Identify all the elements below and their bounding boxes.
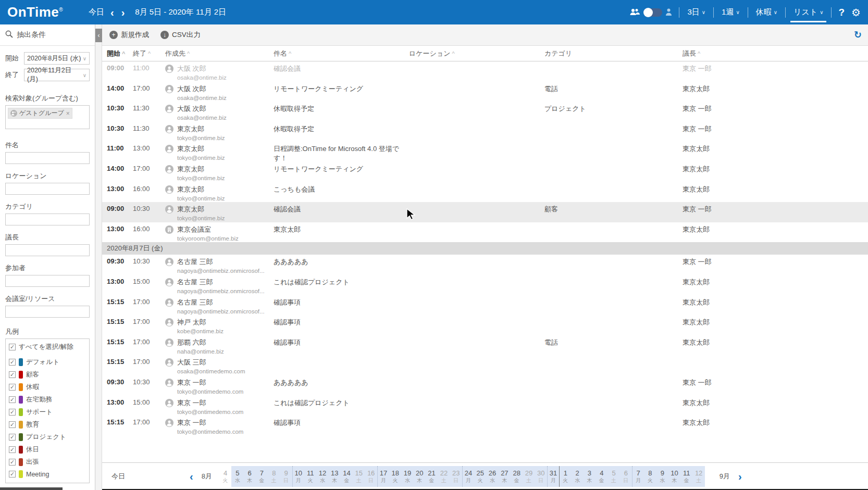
event-row[interactable]: 10:3011:30東京太郎tokyo@ontime.biz休暇取得予定東京 一… (102, 122, 868, 142)
view-1week[interactable]: 1週∨ (721, 5, 741, 19)
legend-item[interactable]: ✓休日 (9, 445, 86, 454)
column-header-chair[interactable]: 議長^ (683, 49, 868, 58)
day-cell[interactable]: 4金 (596, 466, 607, 487)
day-cell[interactable]: 31月 (547, 466, 559, 487)
collapse-sidebar-button[interactable]: ‹ (95, 29, 102, 42)
checkbox-checked-icon[interactable]: ✓ (9, 396, 16, 403)
start-date-select[interactable]: 2020年8月5日 (水)∨ (24, 52, 90, 65)
prev-range-icon[interactable]: ‹ (109, 7, 115, 18)
event-row[interactable]: 09:0011:00大阪 次郎osaka@ontime.biz確認会議東京 一郎 (102, 61, 868, 82)
chip-remove-icon[interactable]: × (66, 110, 70, 117)
toggle-switch[interactable] (643, 8, 662, 17)
event-row[interactable]: 09:3010:30名古屋 三郎nagoya@ontimebiz.onmicro… (102, 255, 868, 275)
event-row[interactable]: 13:0015:00名古屋 三郎nagoya@ontimebiz.onmicro… (102, 275, 868, 295)
event-row[interactable]: 14:0017:00東京太郎tokyo@ontime.bizリモートワークミーテ… (102, 162, 868, 182)
day-cell[interactable]: 19水 (401, 466, 413, 487)
day-cell[interactable]: 6日 (620, 466, 632, 487)
day-cell[interactable]: 11金 (680, 466, 692, 487)
legend-item[interactable]: ✓教育 (9, 420, 86, 429)
day-cell[interactable]: 3木 (584, 466, 596, 487)
day-cell[interactable]: 5土 (607, 466, 619, 487)
legend-item[interactable]: ✓在宅勤務 (9, 395, 86, 404)
day-cell[interactable]: 29土 (523, 466, 535, 487)
day-cell[interactable]: 26水 (486, 466, 498, 487)
column-header-location[interactable]: ロケーション^ (409, 49, 544, 58)
checkbox-checked-icon[interactable]: ✓ (9, 344, 16, 350)
view-list[interactable]: リスト∨ (792, 5, 824, 19)
legend-item[interactable]: ✓顧客 (9, 370, 86, 379)
prev-month-icon[interactable]: ‹ (190, 471, 193, 482)
day-cell[interactable]: 9水 (656, 466, 668, 487)
create-new-button[interactable]: + 新規作成 (109, 30, 149, 40)
day-cell[interactable]: 18火 (389, 466, 401, 487)
day-cell[interactable]: 10月 (292, 466, 304, 487)
view-vacation[interactable]: 休暇∨ (755, 5, 778, 19)
event-row[interactable]: 15:1517:00那覇 六郎naha@ontime.biz確認事項電話東京太郎 (102, 335, 868, 356)
day-cell[interactable]: 12土 (692, 466, 704, 487)
refresh-icon[interactable]: ↻ (854, 29, 862, 41)
event-row[interactable]: 13:0015:00東京 一郎tokyo@ontimedemo.comこれは確認… (102, 396, 868, 416)
column-header-start[interactable]: 開始^ (107, 49, 133, 58)
event-row[interactable]: 14:0017:00大阪 次郎osaka@ontime.bizリモートワークミー… (102, 82, 868, 102)
checkbox-checked-icon[interactable]: ✓ (9, 409, 16, 416)
day-cell[interactable]: 9日 (280, 466, 292, 487)
day-cell[interactable]: 28金 (511, 466, 523, 487)
event-row[interactable]: 10:3011:30大阪 次郎osaka@ontime.biz休暇取得予定プロジ… (102, 102, 868, 122)
event-row[interactable]: 15:1517:00東京 一郎tokyo@ontimedemo.com確認事項東… (102, 416, 868, 436)
checkbox-checked-icon[interactable]: ✓ (9, 459, 16, 466)
column-header-end[interactable]: 終了^ (133, 49, 154, 58)
column-header-category[interactable]: カテゴリ (544, 49, 683, 58)
help-button[interactable]: ? (838, 7, 845, 18)
day-cell[interactable]: 30日 (535, 466, 547, 487)
column-header-creator[interactable]: 作成先^ (165, 49, 274, 58)
next-range-icon[interactable]: › (120, 7, 126, 18)
checkbox-checked-icon[interactable]: ✓ (9, 371, 16, 378)
event-row[interactable]: 11:0013:00東京太郎tokyo@ontime.biz日程調整:OnTim… (102, 142, 868, 162)
room-resource-input[interactable] (5, 306, 90, 318)
day-cell[interactable]: 14金 (341, 466, 353, 487)
day-cell[interactable]: 2水 (572, 466, 584, 487)
end-date-select[interactable]: 2020年11月2日 (月)∨ (24, 69, 90, 81)
day-cell[interactable]: 21金 (426, 466, 438, 487)
event-row[interactable]: 13:0016:00東京会議室tokyoroom@ontime.biz東京太郎東… (102, 222, 868, 243)
legend-item[interactable]: ✓サポート (9, 408, 86, 417)
day-cell[interactable]: 7金 (256, 466, 268, 487)
today-button[interactable]: 今日 (89, 7, 104, 17)
footer-today-button[interactable]: 今日 (111, 472, 125, 481)
event-row[interactable]: 13:0016:00東京太郎tokyo@ontime.bizこっちも会議東京太郎 (102, 182, 868, 203)
legend-item[interactable]: ✓休暇 (9, 383, 86, 392)
next-month-icon[interactable]: › (738, 471, 742, 482)
event-row[interactable]: 09:0010:30東京太郎tokyo@ontime.biz確認会議顧客東京 一… (102, 202, 868, 222)
legend-item[interactable]: ✓プロジェクト (9, 433, 86, 442)
gear-icon[interactable]: ⚙ (851, 6, 861, 19)
legend-select-all[interactable]: ✓すべてを選択/解除 (9, 343, 86, 351)
day-cell[interactable]: 6木 (244, 466, 256, 487)
day-cell[interactable]: 10木 (668, 466, 680, 487)
chair-input[interactable] (5, 244, 90, 256)
day-cell[interactable]: 12水 (316, 466, 328, 487)
legend-item[interactable]: ✓Meeting (9, 470, 86, 478)
horizontal-scrollbar-thumb[interactable] (0, 487, 63, 490)
day-cell[interactable]: 22土 (438, 466, 450, 487)
event-row[interactable]: 15:1517:00大阪 三郎osaka@ontimedemo.com (102, 355, 868, 375)
day-cell[interactable]: 8火 (644, 466, 656, 487)
day-cell[interactable]: 7月 (632, 466, 644, 487)
day-cell[interactable]: 24月 (462, 466, 474, 487)
day-cell[interactable]: 20木 (414, 466, 426, 487)
search-target-box[interactable]: ゲストグループ × (5, 105, 90, 129)
view-3day[interactable]: 3日∨ (686, 5, 706, 19)
day-cell[interactable]: 1火 (559, 466, 571, 487)
day-cell[interactable]: 5水 (231, 466, 243, 487)
location-input[interactable] (5, 183, 90, 195)
checkbox-checked-icon[interactable]: ✓ (9, 359, 16, 366)
checkbox-checked-icon[interactable]: ✓ (9, 471, 16, 478)
day-cell[interactable]: 4火 (219, 466, 231, 487)
day-cell[interactable]: 11火 (304, 466, 316, 487)
day-cell[interactable]: 25火 (474, 466, 486, 487)
attendee-input[interactable] (5, 275, 90, 287)
day-cell[interactable]: 15土 (353, 466, 365, 487)
people-mode-toggle[interactable] (629, 8, 672, 17)
day-cell[interactable]: 8土 (268, 466, 280, 487)
checkbox-checked-icon[interactable]: ✓ (9, 384, 16, 391)
category-input[interactable] (5, 213, 90, 225)
